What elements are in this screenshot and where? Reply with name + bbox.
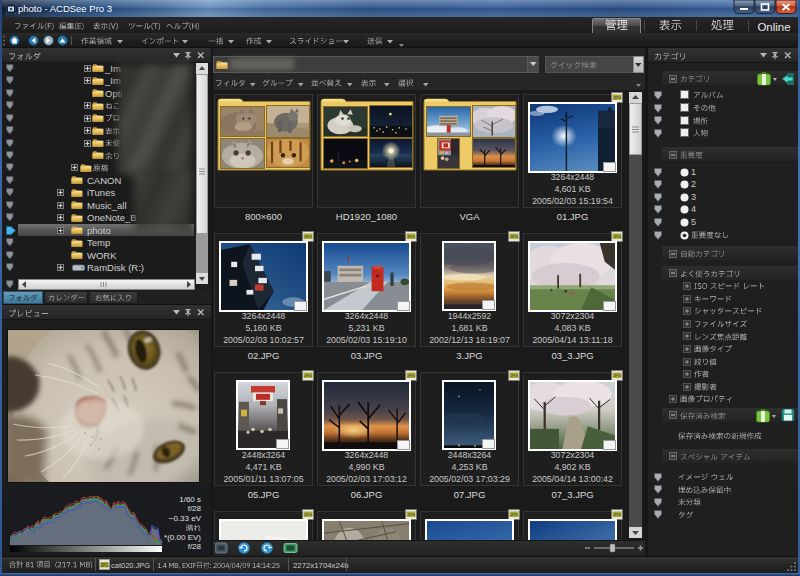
svg-text:JPG: JPG (304, 373, 312, 378)
svg-text:JPG: JPG (510, 234, 518, 239)
svg-text:JPG: JPG (304, 234, 312, 239)
svg-text:JPG: JPG (407, 234, 415, 239)
svg-text:JPG: JPG (510, 512, 518, 517)
svg-text:JPG: JPG (304, 512, 312, 517)
svg-text:JPG: JPG (407, 373, 415, 378)
svg-text:JPG: JPG (613, 95, 621, 100)
svg-text:JPG: JPG (100, 563, 109, 568)
svg-text:JPG: JPG (613, 373, 621, 378)
svg-text:JPG: JPG (407, 512, 415, 517)
svg-text:JPG: JPG (510, 373, 518, 378)
svg-text:JPG: JPG (613, 234, 621, 239)
svg-text:JPG: JPG (613, 512, 621, 517)
